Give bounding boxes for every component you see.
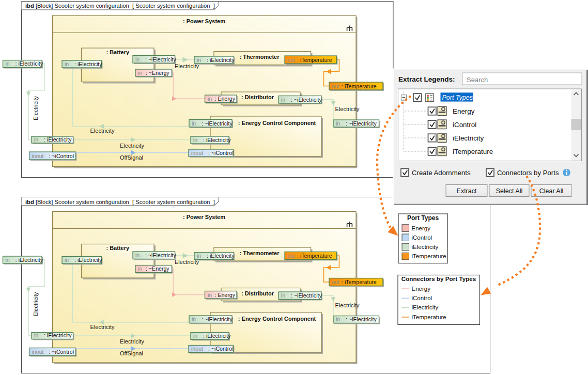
svg-text:iControl: iControl	[453, 121, 476, 129]
svg-text:out: iTemperature: out: iTemperature	[332, 83, 377, 89]
svg-text:iElectricity: iElectricity	[412, 304, 439, 310]
svg-text:: Battery: : Battery	[106, 49, 130, 55]
svg-text:Create Adornments: Create Adornments	[412, 169, 471, 177]
svg-text:: Thermometer: : Thermometer	[239, 54, 280, 60]
svg-text:out: iTemperature: out: iTemperature	[287, 57, 332, 63]
svg-text:Connectors by Ports: Connectors by Ports	[497, 169, 559, 177]
svg-text:Clear All: Clear All	[539, 187, 564, 195]
svg-text:iControl: iControl	[412, 235, 432, 241]
svg-text:iElectricity: iElectricity	[412, 244, 439, 250]
svg-text:iTemperature: iTemperature	[412, 314, 446, 320]
svg-text:Electricity: Electricity	[175, 63, 199, 69]
svg-text:Electricity: Electricity	[90, 128, 115, 134]
svg-text:iControl: iControl	[412, 295, 432, 301]
svg-text:Electricity: Electricity	[120, 143, 145, 149]
svg-text:Extract: Extract	[457, 187, 477, 195]
svg-text:iElectricity: iElectricity	[453, 134, 484, 142]
svg-text:inout: ~iControl: inout: ~iControl	[32, 153, 74, 159]
svg-text:Energy: Energy	[412, 225, 431, 231]
svg-text:ibd [Block] Scooter system con: ibd [Block] Scooter system configuration…	[25, 3, 215, 9]
svg-text:Extract Legends:: Extract Legends:	[398, 75, 455, 83]
svg-text:Port Types: Port Types	[442, 94, 473, 101]
svg-text:Search: Search	[467, 76, 488, 84]
svg-text:Electricity: Electricity	[335, 106, 360, 112]
svg-text:inout: ~iControl: inout: ~iControl	[191, 150, 234, 156]
svg-text:iTemperature: iTemperature	[453, 148, 493, 155]
svg-text:OffSignal: OffSignal	[120, 154, 143, 161]
svg-text:ibd [Block] Scooter system con: ibd [Block] Scooter system configuration…	[25, 199, 215, 205]
svg-text:Connectors by Port Types: Connectors by Port Types	[401, 275, 476, 282]
svg-text:Energy: Energy	[412, 286, 431, 292]
svg-text:iTemperature: iTemperature	[412, 253, 446, 259]
svg-text:: Power System: : Power System	[183, 18, 225, 24]
svg-text:Energy: Energy	[453, 107, 475, 115]
svg-text:Electricity: Electricity	[33, 96, 39, 120]
svg-text:Port Types: Port Types	[407, 214, 439, 222]
svg-text:Select All: Select All	[496, 187, 522, 195]
svg-text:: Energy Control Component: : Energy Control Component	[238, 120, 316, 126]
svg-text:in: Energy: in: Energy	[208, 96, 236, 102]
svg-text:: Distributor: : Distributor	[241, 94, 274, 100]
